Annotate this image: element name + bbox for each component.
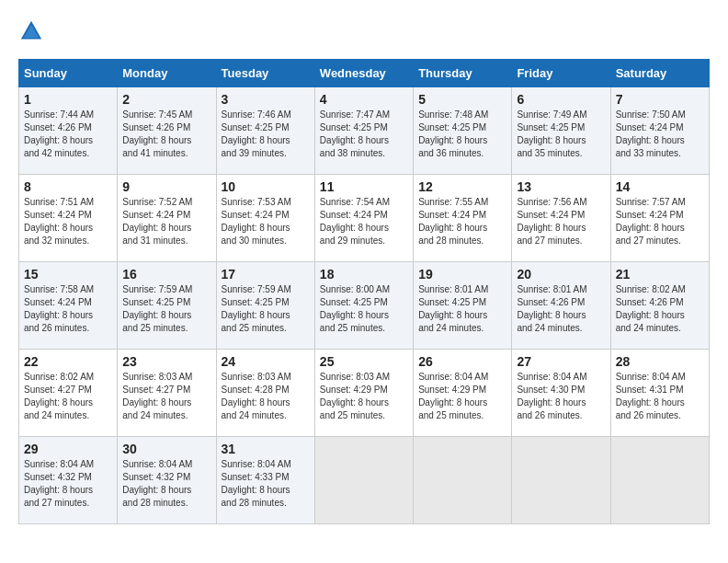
day-number: 22 <box>24 354 112 369</box>
calendar-day-cell: 5Sunrise: 7:48 AM Sunset: 4:25 PM Daylig… <box>414 87 512 175</box>
day-info: Sunrise: 7:59 AM Sunset: 4:25 PM Dayligh… <box>222 283 310 335</box>
day-info: Sunrise: 8:04 AM Sunset: 4:29 PM Dayligh… <box>418 371 506 422</box>
calendar-day-cell: 18Sunrise: 8:00 AM Sunset: 4:25 PM Dayli… <box>314 262 413 350</box>
day-number: 9 <box>122 179 210 194</box>
header-day-monday: Monday <box>118 60 216 87</box>
calendar-week-row: 22Sunrise: 8:02 AM Sunset: 4:27 PM Dayli… <box>19 350 710 437</box>
calendar-day-cell: 23Sunrise: 8:03 AM Sunset: 4:27 PM Dayli… <box>118 350 216 437</box>
calendar-day-cell: 20Sunrise: 8:01 AM Sunset: 4:26 PM Dayli… <box>512 262 610 350</box>
calendar-day-cell: 12Sunrise: 7:55 AM Sunset: 4:24 PM Dayli… <box>414 175 512 262</box>
day-info: Sunrise: 7:46 AM Sunset: 4:25 PM Dayligh… <box>222 109 310 160</box>
day-info: Sunrise: 7:57 AM Sunset: 4:24 PM Dayligh… <box>616 196 704 247</box>
calendar-header: SundayMondayTuesdayWednesdayThursdayFrid… <box>19 60 710 87</box>
day-number: 28 <box>616 354 704 369</box>
day-info: Sunrise: 8:03 AM Sunset: 4:27 PM Dayligh… <box>122 371 210 422</box>
calendar-day-cell: 30Sunrise: 8:04 AM Sunset: 4:32 PM Dayli… <box>118 437 216 524</box>
day-info: Sunrise: 8:01 AM Sunset: 4:25 PM Dayligh… <box>418 283 506 335</box>
day-number: 4 <box>320 92 408 107</box>
day-number: 23 <box>122 354 210 369</box>
calendar-day-cell: 13Sunrise: 7:56 AM Sunset: 4:24 PM Dayli… <box>512 175 610 262</box>
day-info: Sunrise: 8:02 AM Sunset: 4:26 PM Dayligh… <box>616 283 704 335</box>
day-number: 25 <box>320 354 408 369</box>
day-info: Sunrise: 8:03 AM Sunset: 4:29 PM Dayligh… <box>320 371 408 422</box>
day-info: Sunrise: 8:00 AM Sunset: 4:25 PM Dayligh… <box>320 283 408 335</box>
calendar-day-cell: 31Sunrise: 8:04 AM Sunset: 4:33 PM Dayli… <box>216 437 314 524</box>
calendar-day-cell: 14Sunrise: 7:57 AM Sunset: 4:24 PM Dayli… <box>610 175 709 262</box>
day-number: 20 <box>517 267 605 282</box>
header-day-saturday: Saturday <box>610 60 709 87</box>
day-number: 3 <box>222 92 310 107</box>
logo-icon <box>18 18 44 44</box>
day-number: 5 <box>418 92 506 107</box>
header-day-friday: Friday <box>512 60 610 87</box>
calendar-body: 1Sunrise: 7:44 AM Sunset: 4:26 PM Daylig… <box>19 87 710 524</box>
calendar-table: SundayMondayTuesdayWednesdayThursdayFrid… <box>18 59 710 524</box>
day-number: 29 <box>24 442 112 456</box>
day-number: 12 <box>418 179 506 194</box>
day-number: 16 <box>122 267 210 282</box>
day-info: Sunrise: 7:56 AM Sunset: 4:24 PM Dayligh… <box>517 196 605 247</box>
header-day-tuesday: Tuesday <box>216 60 314 87</box>
day-number: 27 <box>517 354 605 369</box>
day-info: Sunrise: 8:03 AM Sunset: 4:28 PM Dayligh… <box>222 371 310 422</box>
day-number: 2 <box>122 92 210 107</box>
day-number: 10 <box>222 179 310 194</box>
calendar-week-row: 29Sunrise: 8:04 AM Sunset: 4:32 PM Dayli… <box>19 437 710 524</box>
calendar-day-cell: 9Sunrise: 7:52 AM Sunset: 4:24 PM Daylig… <box>118 175 216 262</box>
calendar-day-cell: 10Sunrise: 7:53 AM Sunset: 4:24 PM Dayli… <box>216 175 314 262</box>
header-day-thursday: Thursday <box>414 60 512 87</box>
day-info: Sunrise: 8:04 AM Sunset: 4:32 PM Dayligh… <box>122 458 210 510</box>
day-info: Sunrise: 7:52 AM Sunset: 4:24 PM Dayligh… <box>122 196 210 247</box>
calendar-day-cell: 21Sunrise: 8:02 AM Sunset: 4:26 PM Dayli… <box>610 262 709 350</box>
header-day-sunday: Sunday <box>19 60 118 87</box>
calendar-day-cell: 22Sunrise: 8:02 AM Sunset: 4:27 PM Dayli… <box>19 350 118 437</box>
calendar-day-cell: 17Sunrise: 7:59 AM Sunset: 4:25 PM Dayli… <box>216 262 314 350</box>
day-info: Sunrise: 7:48 AM Sunset: 4:25 PM Dayligh… <box>418 109 506 160</box>
calendar-day-cell: 26Sunrise: 8:04 AM Sunset: 4:29 PM Dayli… <box>414 350 512 437</box>
day-info: Sunrise: 7:55 AM Sunset: 4:24 PM Dayligh… <box>418 196 506 247</box>
day-number: 18 <box>320 267 408 282</box>
day-info: Sunrise: 7:59 AM Sunset: 4:25 PM Dayligh… <box>122 283 210 335</box>
calendar-day-cell <box>610 437 709 524</box>
day-number: 13 <box>517 179 605 194</box>
day-number: 24 <box>222 354 310 369</box>
page-header <box>18 18 710 44</box>
day-number: 6 <box>517 92 605 107</box>
day-number: 19 <box>418 267 506 282</box>
calendar-day-cell: 7Sunrise: 7:50 AM Sunset: 4:24 PM Daylig… <box>610 87 709 175</box>
day-info: Sunrise: 7:53 AM Sunset: 4:24 PM Dayligh… <box>222 196 310 247</box>
day-info: Sunrise: 7:58 AM Sunset: 4:24 PM Dayligh… <box>24 283 112 335</box>
calendar-day-cell: 2Sunrise: 7:45 AM Sunset: 4:26 PM Daylig… <box>118 87 216 175</box>
day-info: Sunrise: 8:04 AM Sunset: 4:32 PM Dayligh… <box>24 458 112 510</box>
calendar-day-cell <box>414 437 512 524</box>
calendar-day-cell <box>512 437 610 524</box>
day-number: 30 <box>122 442 210 456</box>
calendar-week-row: 8Sunrise: 7:51 AM Sunset: 4:24 PM Daylig… <box>19 175 710 262</box>
day-info: Sunrise: 7:51 AM Sunset: 4:24 PM Dayligh… <box>24 196 112 247</box>
calendar-day-cell: 1Sunrise: 7:44 AM Sunset: 4:26 PM Daylig… <box>19 87 118 175</box>
day-info: Sunrise: 8:04 AM Sunset: 4:33 PM Dayligh… <box>222 458 310 510</box>
calendar-day-cell: 29Sunrise: 8:04 AM Sunset: 4:32 PM Dayli… <box>19 437 118 524</box>
calendar-day-cell: 24Sunrise: 8:03 AM Sunset: 4:28 PM Dayli… <box>216 350 314 437</box>
day-number: 26 <box>418 354 506 369</box>
calendar-day-cell: 3Sunrise: 7:46 AM Sunset: 4:25 PM Daylig… <box>216 87 314 175</box>
day-info: Sunrise: 7:50 AM Sunset: 4:24 PM Dayligh… <box>616 109 704 160</box>
day-number: 31 <box>222 442 310 456</box>
day-info: Sunrise: 8:04 AM Sunset: 4:31 PM Dayligh… <box>616 371 704 422</box>
calendar-week-row: 1Sunrise: 7:44 AM Sunset: 4:26 PM Daylig… <box>19 87 710 175</box>
header-row: SundayMondayTuesdayWednesdayThursdayFrid… <box>19 60 710 87</box>
calendar-day-cell: 16Sunrise: 7:59 AM Sunset: 4:25 PM Dayli… <box>118 262 216 350</box>
day-number: 21 <box>616 267 704 282</box>
day-info: Sunrise: 7:49 AM Sunset: 4:25 PM Dayligh… <box>517 109 605 160</box>
calendar-day-cell <box>314 437 413 524</box>
calendar-day-cell: 19Sunrise: 8:01 AM Sunset: 4:25 PM Dayli… <box>414 262 512 350</box>
calendar-day-cell: 15Sunrise: 7:58 AM Sunset: 4:24 PM Dayli… <box>19 262 118 350</box>
calendar-day-cell: 25Sunrise: 8:03 AM Sunset: 4:29 PM Dayli… <box>314 350 413 437</box>
day-info: Sunrise: 7:44 AM Sunset: 4:26 PM Dayligh… <box>24 109 112 160</box>
day-info: Sunrise: 7:54 AM Sunset: 4:24 PM Dayligh… <box>320 196 408 247</box>
calendar-week-row: 15Sunrise: 7:58 AM Sunset: 4:24 PM Dayli… <box>19 262 710 350</box>
day-info: Sunrise: 7:47 AM Sunset: 4:25 PM Dayligh… <box>320 109 408 160</box>
calendar-day-cell: 28Sunrise: 8:04 AM Sunset: 4:31 PM Dayli… <box>610 350 709 437</box>
logo <box>18 18 48 44</box>
calendar-day-cell: 4Sunrise: 7:47 AM Sunset: 4:25 PM Daylig… <box>314 87 413 175</box>
